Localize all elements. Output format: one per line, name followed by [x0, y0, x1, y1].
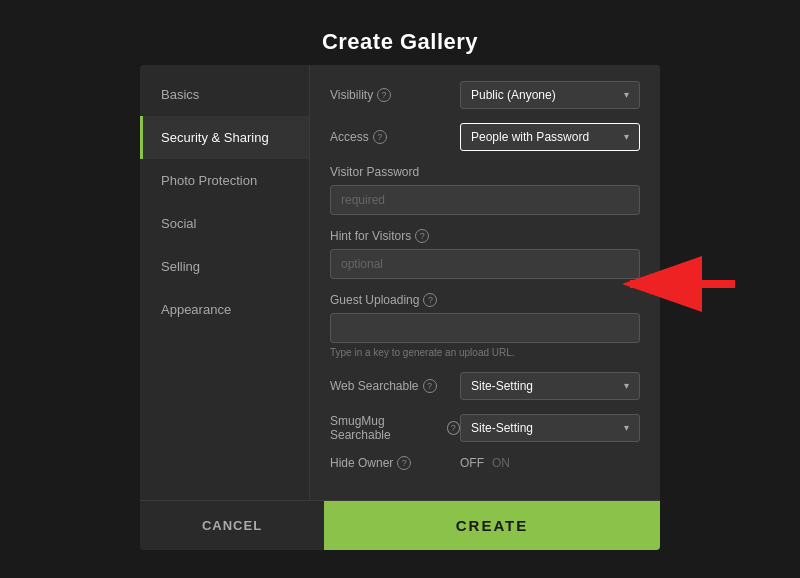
visibility-row: Visibility ? Public (Anyone) ▾	[330, 81, 640, 109]
access-label: Access ?	[330, 130, 460, 144]
hint-label-row: Hint for Visitors ?	[330, 229, 640, 243]
web-searchable-control: Site-Setting ▾	[460, 372, 640, 400]
create-button[interactable]: CREATE	[324, 501, 660, 550]
access-control: People with Password ▾	[460, 123, 640, 151]
hide-owner-row: Hide Owner ? OFF ON	[330, 456, 640, 470]
web-searchable-row: Web Searchable ? Site-Setting ▾	[330, 372, 640, 400]
hint-help-icon[interactable]: ?	[415, 229, 429, 243]
visitor-password-input[interactable]	[330, 185, 640, 215]
hide-owner-label: Hide Owner ?	[330, 456, 460, 470]
guest-upload-help-icon[interactable]: ?	[423, 293, 437, 307]
dialog-wrapper: Create Gallery Basics Security & Sharing…	[0, 0, 800, 578]
sidebar-item-photo-protection[interactable]: Photo Protection	[140, 159, 309, 202]
visibility-chevron-icon: ▾	[624, 89, 629, 100]
visibility-help-icon[interactable]: ?	[377, 88, 391, 102]
hide-owner-off-label: OFF	[460, 456, 484, 470]
sidebar-item-basics[interactable]: Basics	[140, 73, 309, 116]
web-searchable-chevron-icon: ▾	[624, 380, 629, 391]
sidebar-item-appearance[interactable]: Appearance	[140, 288, 309, 331]
hint-visitors-section: Hint for Visitors ?	[330, 229, 640, 279]
guest-uploading-hint: Type in a key to generate an upload URL.	[330, 347, 640, 358]
access-row: Access ? People with Password ▾	[330, 123, 640, 151]
cancel-button[interactable]: CANCEL	[140, 501, 324, 550]
smugmug-searchable-control: Site-Setting ▾	[460, 414, 640, 442]
smugmug-searchable-help-icon[interactable]: ?	[447, 421, 460, 435]
sidebar-item-security-sharing[interactable]: Security & Sharing	[140, 116, 309, 159]
guest-uploading-section: Guest Uploading ? Type in a key to gener…	[330, 293, 640, 358]
dialog-body: Basics Security & Sharing Photo Protecti…	[140, 65, 660, 500]
web-searchable-select[interactable]: Site-Setting ▾	[460, 372, 640, 400]
sidebar: Basics Security & Sharing Photo Protecti…	[140, 65, 310, 500]
access-select[interactable]: People with Password ▾	[460, 123, 640, 151]
dialog-box: Basics Security & Sharing Photo Protecti…	[140, 65, 660, 550]
visibility-select[interactable]: Public (Anyone) ▾	[460, 81, 640, 109]
hide-owner-help-icon[interactable]: ?	[397, 456, 411, 470]
web-searchable-label: Web Searchable ?	[330, 379, 460, 393]
hint-label: Hint for Visitors ?	[330, 229, 460, 243]
smugmug-searchable-chevron-icon: ▾	[624, 422, 629, 433]
visibility-label: Visibility ?	[330, 88, 460, 102]
guest-upload-label-row: Guest Uploading ?	[330, 293, 640, 307]
hint-visitors-input[interactable]	[330, 249, 640, 279]
hide-owner-on-label: ON	[492, 456, 510, 470]
content-area: Visibility ? Public (Anyone) ▾ Access	[310, 65, 660, 500]
web-searchable-help-icon[interactable]: ?	[423, 379, 437, 393]
guest-uploading-input[interactable]	[330, 313, 640, 343]
access-chevron-icon: ▾	[624, 131, 629, 142]
hide-owner-control: OFF ON	[460, 456, 640, 470]
sidebar-item-social[interactable]: Social	[140, 202, 309, 245]
guest-upload-label: Guest Uploading ?	[330, 293, 460, 307]
access-help-icon[interactable]: ?	[373, 130, 387, 144]
smugmug-searchable-label: SmugMug Searchable ?	[330, 414, 460, 442]
sidebar-item-selling[interactable]: Selling	[140, 245, 309, 288]
smugmug-searchable-row: SmugMug Searchable ? Site-Setting ▾	[330, 414, 640, 442]
smugmug-searchable-select[interactable]: Site-Setting ▾	[460, 414, 640, 442]
visitor-password-section: Visitor Password	[330, 165, 640, 215]
visibility-control: Public (Anyone) ▾	[460, 81, 640, 109]
dialog-footer: CANCEL CREATE	[140, 500, 660, 550]
page-title: Create Gallery	[322, 29, 478, 55]
visitor-password-label: Visitor Password	[330, 165, 640, 179]
